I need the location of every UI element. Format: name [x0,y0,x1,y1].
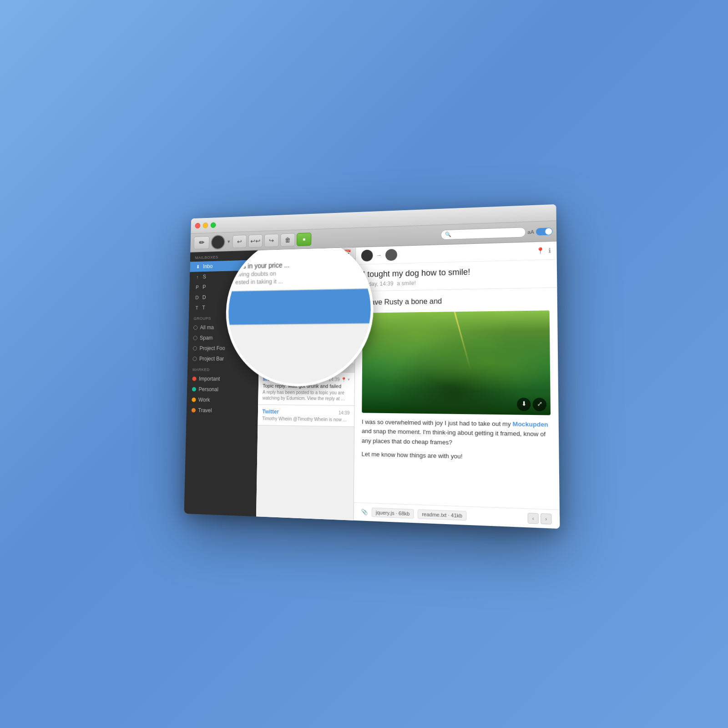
msg-preview: A reply has been posted to a topic you a… [263,389,350,402]
email-footer: Let me know how things are with you! [361,450,551,464]
toolbar-spacer [313,235,439,239]
toggle-knob [545,228,552,235]
important-label: Important [199,376,220,382]
email-body-end: and snap the moment. I'm think-ing about… [362,428,546,446]
personal-label: Personal [198,386,218,393]
chevron-down-icon: ▼ [227,239,231,244]
magnifier-lens: 👤 ↩ ↩↩ ↪ 🗑 ■ TODAY ip 14: [224,242,374,387]
forward-icon: ↪ [269,237,274,244]
arrow-icon: → [376,252,382,258]
attachment-icon: 📎 [361,509,368,516]
msg-sender: Twitter [262,409,279,415]
forward-button[interactable]: ↪ [264,233,279,247]
font-label: aA [527,229,534,235]
attachment-2[interactable]: readme.txt · 41kb [418,509,467,521]
download-image-button[interactable]: ⬇ [517,398,531,411]
email-image: ⬇ ⤢ [362,310,551,415]
msg-preview: Timothy Wheiin @Timothy Wheiin is now ..… [262,415,349,423]
reply-all-button[interactable]: ↩↩ [248,234,263,247]
email-body: I gave Rusty a bone and ⬇ ⤢ I was so ove… [354,288,560,510]
magnifier-content: 👤 ↩ ↩↩ ↪ 🗑 ■ TODAY ip 14: [224,242,374,387]
projectfoo-icon [193,346,197,351]
mag-msg1-preview: ho, lately i'm having doubts ontime, you… [224,267,374,287]
message-list-container: 👤 ↩ ↩↩ ↪ 🗑 ■ TODAY ip 14: [256,248,356,521]
email-subject: I tought my dog how to smile! [363,265,549,279]
expand-image-button[interactable]: ⤢ [533,398,547,411]
pending-icon: P [194,284,200,290]
email-paragraph: I was so overwhelmed with joy I just had… [362,417,551,450]
delete-button[interactable]: 🗑 [280,233,295,247]
reply-icon: ↩ [237,238,242,245]
compose-icon: ✏ [199,238,204,247]
sent-icon: ↑ [195,274,201,280]
trash-sidebar-icon: T [194,305,200,311]
sent-label: S [203,274,207,280]
info-icon[interactable]: ℹ [548,247,551,254]
inbox-label: Inbo [203,263,212,270]
pending-label: P [202,284,206,290]
attach-name-2: readme.txt · 41kb [422,511,462,519]
reply-button[interactable]: ↩ [233,235,247,248]
msg-time: 14:39 [339,410,350,415]
prev-button[interactable]: ‹ [528,513,539,524]
email-content: → 📍 ℹ I tought my dog how to smile! Toda… [354,242,560,529]
email-header: I tought my dog how to smile! Today, 14:… [356,260,557,292]
mag-msg2-subject: w to smile! [224,303,374,313]
search-icon: 🔍 [445,232,451,238]
email-link[interactable]: Mockupden [513,420,548,428]
allmail-icon [193,325,197,330]
search-bar[interactable]: 🔍 [440,227,526,240]
list-item[interactable]: Twitter 14:39 Timothy Wheiin @Timothy Wh… [258,405,354,427]
sidebar-item-personal[interactable]: Personal [187,384,258,395]
email-action-buttons: 📍 ℹ [536,247,551,254]
msg-header: Twitter 14:39 [262,409,349,416]
inbox-icon: ⬇ [195,263,201,269]
trash-label: T [202,305,205,311]
archive-button[interactable]: ■ [297,233,312,246]
travel-icon [192,408,196,413]
travel-label: Travel [198,407,212,414]
window-controls [195,222,216,228]
maximize-button[interactable] [211,222,216,228]
email-body-start: I gave Rusty a bone and [363,293,550,308]
drafts-label: D [202,294,206,300]
nav-arrows: ‹ › [528,513,552,525]
email-greeting: a smile! [397,280,416,287]
projectbar-icon [192,357,197,361]
minimize-button[interactable] [203,222,208,228]
important-icon [192,377,196,381]
trash-icon: 🗑 [284,236,290,243]
compose-button[interactable]: ✏ [194,236,210,249]
main-content: MAILBOXES ⬇ Inbo 5 ↑ S P P D D T T [184,242,560,529]
avatar-transition: ▼ [211,234,231,249]
mag-msg2-preview: ue a smile! [224,312,374,321]
project-bar-label: Project Bar [199,356,224,362]
next-button[interactable]: › [541,513,551,525]
allmail-label: All ma [200,324,214,331]
sidebar-item-travel[interactable]: Travel [187,405,258,416]
email-body-main: I was so overwhelmed with joy I just had… [362,418,511,427]
personal-icon [192,387,196,392]
email-text-block: I was so overwhelmed with joy I just had… [361,417,551,464]
reply-all-icon: ↩↩ [250,237,260,244]
toggle-switch[interactable] [536,228,553,235]
image-buttons: ⬇ ⤢ [517,398,546,411]
project-foo-label: Project Foo [199,345,225,352]
drafts-icon: D [194,294,200,300]
location-icon[interactable]: 📍 [536,247,544,255]
mag-msg-1: ip 14:39 📍 ▾ ebook, I hear it's in your … [224,244,374,292]
close-button[interactable] [195,223,200,229]
sidebar-item-work[interactable]: Work [187,394,258,406]
mag-msg2-header: 14:27 📍 ▾ [224,293,374,304]
to-avatar [385,249,397,261]
app-window: ✏ ▼ ↩ ↩↩ ↪ 🗑 ■ 🔍 aA [184,204,560,529]
spam-label: Spam [200,335,213,341]
avatar [211,234,225,249]
font-size-toggle[interactable]: aA [527,228,552,236]
mag-msg-2: 14:27 📍 ▾ w to smile! ue a smile! [224,288,374,326]
spam-icon [193,336,197,340]
attach-name-1: jquery.js · 68kb [376,510,410,516]
work-label: Work [198,397,210,403]
archive-icon: ■ [303,237,305,242]
attachment-1[interactable]: jquery.js · 68kb [372,508,414,519]
